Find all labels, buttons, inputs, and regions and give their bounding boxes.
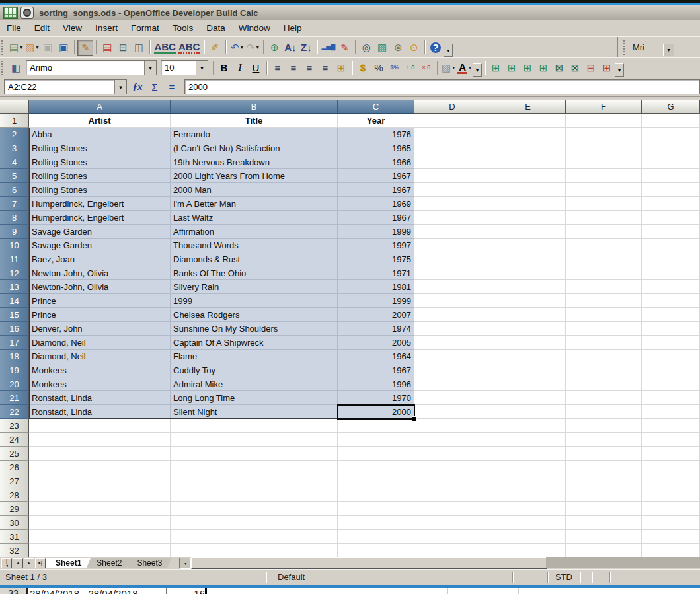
column-header-G[interactable]: G bbox=[642, 100, 700, 114]
header-cell-artist[interactable]: Artist bbox=[29, 114, 171, 128]
align-justified-button[interactable]: ≡ bbox=[317, 60, 333, 76]
cell[interactable] bbox=[414, 155, 490, 169]
cell[interactable] bbox=[642, 197, 700, 211]
delete-cells-left-button[interactable]: ⊠ bbox=[567, 60, 583, 76]
function-wizard-button[interactable]: ƒx bbox=[129, 79, 146, 94]
cell[interactable] bbox=[414, 252, 490, 266]
cell[interactable] bbox=[414, 211, 490, 225]
cell[interactable] bbox=[566, 266, 642, 280]
row-header-5[interactable]: 5 bbox=[0, 169, 29, 183]
cell[interactable] bbox=[566, 197, 642, 211]
cell[interactable] bbox=[490, 252, 566, 266]
tab-sheet1[interactable]: Sheet1 bbox=[46, 558, 91, 568]
styles-button[interactable]: ◧ bbox=[8, 60, 24, 76]
spreadsheet-grid[interactable]: ABCDEFG1ArtistTitleYear2AbbaFernando1976… bbox=[0, 100, 700, 557]
cell[interactable] bbox=[566, 294, 642, 308]
cell[interactable] bbox=[642, 391, 700, 405]
cell[interactable] bbox=[338, 502, 414, 516]
cell[interactable] bbox=[642, 516, 700, 530]
font-name-combo-value[interactable]: Arimo bbox=[26, 63, 144, 73]
year-cell[interactable]: 1970 bbox=[338, 391, 414, 405]
cell[interactable] bbox=[29, 433, 171, 447]
title-cell[interactable]: Long Long Time bbox=[171, 391, 338, 405]
cell[interactable] bbox=[490, 308, 566, 322]
bold-button[interactable]: B bbox=[216, 60, 232, 76]
cell[interactable] bbox=[566, 516, 642, 530]
cell[interactable] bbox=[642, 169, 700, 183]
cell[interactable] bbox=[29, 419, 171, 433]
artist-cell[interactable]: Abba bbox=[29, 128, 171, 141]
cell[interactable] bbox=[642, 280, 700, 294]
cell[interactable] bbox=[414, 239, 490, 252]
title-cell[interactable]: Silent Night bbox=[171, 405, 338, 419]
cell[interactable] bbox=[566, 183, 642, 197]
title-cell[interactable]: 2000 Man bbox=[171, 183, 338, 197]
title-cell[interactable]: 2000 Light Years From Home bbox=[171, 169, 338, 183]
cell[interactable] bbox=[566, 280, 642, 294]
title-cell[interactable]: (I Can't Get No) Satisfaction bbox=[171, 141, 338, 155]
hscroll-thumb[interactable] bbox=[191, 557, 547, 569]
cell[interactable] bbox=[171, 474, 338, 488]
cell[interactable] bbox=[566, 461, 642, 474]
artist-cell[interactable]: Prince bbox=[29, 308, 171, 322]
artist-cell[interactable]: Rolling Stones bbox=[29, 141, 171, 155]
row-header-26[interactable]: 26 bbox=[0, 461, 29, 474]
cell[interactable] bbox=[642, 211, 700, 225]
underline-button[interactable]: U bbox=[248, 60, 264, 76]
cell[interactable] bbox=[414, 461, 490, 474]
toolbar-drag-handle[interactable] bbox=[1, 61, 5, 75]
insert-cells-down-button[interactable]: ⊞ bbox=[488, 60, 504, 76]
row-header-23[interactable]: 23 bbox=[0, 419, 29, 433]
cell[interactable] bbox=[490, 419, 566, 433]
cell[interactable] bbox=[171, 530, 338, 544]
header-cell-year[interactable]: Year bbox=[338, 114, 414, 128]
toolbar-overflow-button[interactable]: ▾ bbox=[444, 44, 453, 57]
formatting-overflow-button[interactable]: ▾ bbox=[473, 63, 482, 77]
cell[interactable] bbox=[29, 461, 171, 474]
row-header-27[interactable]: 27 bbox=[0, 474, 29, 488]
cell[interactable] bbox=[171, 488, 338, 502]
row-header-21[interactable]: 21 bbox=[0, 391, 29, 405]
find-dropdown-button[interactable]: ▾ bbox=[663, 44, 674, 56]
data-sources-button[interactable]: ⊜ bbox=[390, 40, 406, 56]
cell[interactable] bbox=[642, 239, 700, 252]
cell[interactable] bbox=[566, 391, 642, 405]
currency-format-button[interactable]: $ bbox=[355, 60, 371, 76]
title-cell[interactable]: Banks Of The Ohio bbox=[171, 266, 338, 280]
row-header-30[interactable]: 30 bbox=[0, 516, 29, 530]
formula-input-line[interactable]: 2000 bbox=[184, 79, 700, 94]
year-cell[interactable]: 1964 bbox=[338, 350, 414, 363]
row-header-2[interactable]: 2 bbox=[0, 128, 29, 141]
cell[interactable] bbox=[642, 155, 700, 169]
export-pdf-button[interactable]: ▤ bbox=[99, 40, 115, 56]
draw-functions-button[interactable]: ✎ bbox=[336, 40, 352, 56]
year-cell[interactable]: 1969 bbox=[338, 197, 414, 211]
cell[interactable] bbox=[490, 516, 566, 530]
font-size-combo-value[interactable]: 10 bbox=[161, 63, 196, 73]
cell[interactable] bbox=[566, 141, 642, 155]
cell[interactable] bbox=[490, 447, 566, 461]
hyperlink-button[interactable]: ⊕ bbox=[266, 40, 282, 56]
artist-cell[interactable]: Savage Garden bbox=[29, 239, 171, 252]
row-header-8[interactable]: 8 bbox=[0, 211, 29, 225]
row-header-14[interactable]: 14 bbox=[0, 294, 29, 308]
cell[interactable] bbox=[642, 502, 700, 516]
cell[interactable] bbox=[414, 141, 490, 155]
column-header-C[interactable]: C bbox=[338, 100, 414, 114]
cell[interactable] bbox=[642, 461, 700, 474]
cell[interactable] bbox=[490, 363, 566, 377]
cell[interactable] bbox=[566, 308, 642, 322]
year-cell[interactable]: 1967 bbox=[338, 183, 414, 197]
cell[interactable] bbox=[490, 225, 566, 239]
cell[interactable] bbox=[338, 544, 414, 557]
cell[interactable] bbox=[490, 183, 566, 197]
delete-decimal-button[interactable]: ×.0 bbox=[418, 60, 434, 76]
cell[interactable] bbox=[414, 336, 490, 350]
row-header-16[interactable]: 16 bbox=[0, 322, 29, 336]
menu-window[interactable]: Window bbox=[232, 20, 277, 36]
title-bar[interactable]: sorting_songs.ods - OpenOffice Developer… bbox=[0, 5, 700, 20]
cell[interactable] bbox=[414, 266, 490, 280]
cell[interactable] bbox=[642, 114, 700, 128]
menu-insert[interactable]: Insert bbox=[89, 20, 124, 36]
page-style-status[interactable]: Default bbox=[278, 572, 305, 582]
